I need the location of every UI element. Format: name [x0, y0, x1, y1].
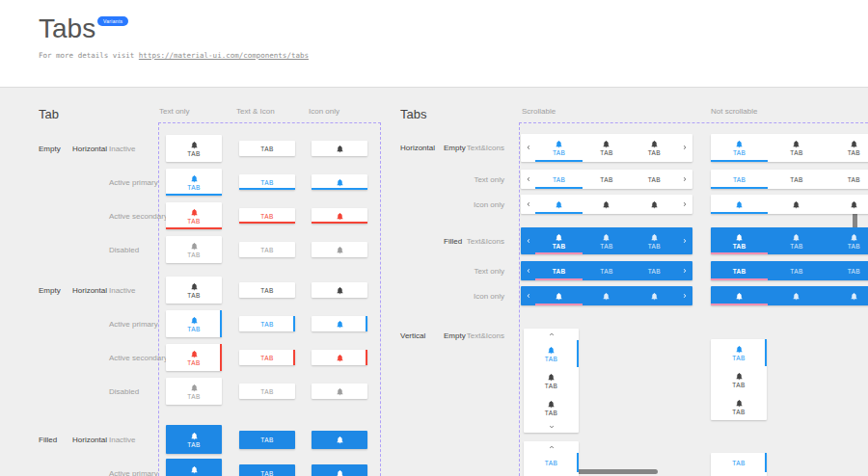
tab-item[interactable]: TAB — [711, 366, 767, 393]
tab-item-active[interactable]: TAB — [711, 261, 768, 280]
scroll-left-button[interactable] — [521, 261, 535, 280]
state-label: Inactive — [109, 286, 136, 295]
tab-item-active[interactable]: TAB — [711, 134, 768, 162]
tab-item[interactable]: TAB — [768, 227, 825, 254]
tab-item[interactable]: TAB — [524, 367, 579, 394]
tab-icon-inactive[interactable] — [312, 431, 367, 449]
tab-item[interactable]: TAB — [826, 134, 868, 162]
tab-item[interactable]: TAB — [631, 170, 678, 189]
scroll-right-button[interactable] — [678, 170, 692, 189]
tab-text-active-primary[interactable]: TAB — [239, 316, 295, 331]
tab-text-inactive[interactable]: TAB — [239, 282, 295, 298]
tab-text-active-primary[interactable]: TAB — [239, 464, 295, 476]
tab-item[interactable]: TAB — [826, 261, 868, 280]
tab-item[interactable]: TAB — [524, 394, 579, 421]
scroll-left-button[interactable] — [521, 286, 535, 305]
tab-both-inactive[interactable]: TAB — [166, 277, 222, 304]
tab-item[interactable]: TAB — [711, 393, 767, 420]
tab-text-active-primary[interactable]: TAB — [239, 174, 295, 190]
tab-item[interactable] — [826, 195, 868, 214]
tab-item[interactable] — [583, 286, 630, 305]
tab-text-inactive[interactable]: TAB — [239, 431, 295, 449]
tab-item-active[interactable]: TAB — [535, 261, 583, 280]
tab-item-active[interactable]: TAB — [711, 339, 767, 366]
tab-item-active[interactable]: TAB — [524, 453, 579, 472]
tab-label: TAB — [260, 436, 273, 443]
tab-item[interactable] — [583, 195, 630, 214]
scroll-left-button[interactable] — [521, 170, 535, 189]
scroll-left-button[interactable] — [521, 227, 535, 254]
tab-item[interactable] — [826, 286, 868, 305]
tab-both-disabled[interactable]: TAB — [166, 236, 222, 263]
tab-item[interactable] — [768, 195, 825, 214]
tab-item-active[interactable] — [535, 286, 583, 305]
tab-text-inactive[interactable]: TAB — [239, 141, 295, 156]
tab-both-inactive[interactable]: TAB — [166, 425, 222, 454]
tab-item[interactable]: TAB — [768, 261, 825, 280]
tab-item[interactable]: TAB — [768, 170, 825, 189]
tab-both-active-primary[interactable]: TAB — [166, 169, 222, 196]
scroll-right-button[interactable] — [678, 195, 692, 214]
tab-item-active[interactable]: TAB — [535, 227, 583, 254]
tab-both-active-secondary[interactable]: TAB — [166, 202, 222, 229]
scroll-right-button[interactable] — [678, 286, 692, 305]
tab-item[interactable]: TAB — [768, 134, 825, 162]
tab-both-disabled[interactable]: TAB — [166, 378, 222, 405]
scroll-left-button[interactable] — [521, 195, 535, 214]
tab-item[interactable]: TAB — [826, 170, 868, 189]
docs-link[interactable]: https://material-ui.com/components/tabs — [139, 51, 309, 60]
tab-item[interactable]: TAB — [583, 227, 630, 254]
active-indicator — [577, 453, 579, 472]
tab-item-active[interactable] — [535, 195, 583, 214]
scroll-right-button[interactable] — [678, 227, 692, 254]
scroll-up-button[interactable] — [524, 441, 579, 453]
tab-item[interactable]: TAB — [631, 134, 678, 162]
tab-both-active-primary[interactable]: TAB — [166, 310, 222, 337]
tab-text-disabled[interactable]: TAB — [239, 242, 295, 257]
tab-item-active[interactable]: TAB — [535, 134, 583, 162]
tab-both-active-primary[interactable]: TAB — [166, 459, 222, 476]
tab-item[interactable]: TAB — [583, 261, 630, 280]
tab-icon-inactive[interactable] — [312, 282, 367, 298]
column-header-icon-only: Icon only — [309, 107, 339, 116]
tab-both-active-secondary[interactable]: TAB — [166, 344, 222, 371]
tab-text-active-secondary[interactable]: TAB — [239, 350, 295, 365]
tab-item[interactable]: TAB — [826, 227, 868, 254]
tab-icon-active-primary[interactable] — [312, 464, 367, 476]
tab-item[interactable]: TAB — [524, 472, 579, 476]
tab-item[interactable]: TAB — [711, 472, 767, 476]
tab-item-active[interactable]: TAB — [711, 227, 768, 254]
tab-icon-inactive[interactable] — [312, 141, 367, 156]
tab-item[interactable]: TAB — [631, 227, 678, 254]
scrollable-tabs-bar: TABTABTAB — [521, 227, 692, 254]
tab-icon-disabled[interactable] — [312, 242, 367, 257]
bell-icon — [336, 145, 344, 153]
tab-item-active[interactable] — [711, 286, 768, 305]
tab-item[interactable]: TAB — [631, 261, 678, 280]
tab-both-inactive[interactable]: TAB — [166, 135, 222, 162]
tab-item-active[interactable] — [711, 195, 768, 214]
scroll-left-button[interactable] — [521, 134, 535, 162]
tab-item[interactable] — [631, 286, 678, 305]
tab-icon-active-secondary[interactable] — [312, 208, 367, 224]
tab-item-active[interactable]: TAB — [711, 453, 767, 472]
tab-text-active-secondary[interactable]: TAB — [239, 208, 295, 224]
tab-item-active[interactable]: TAB — [524, 340, 579, 367]
tab-item-active[interactable]: TAB — [711, 170, 768, 189]
tab-icon-active-primary[interactable] — [312, 174, 367, 190]
scroll-down-button[interactable] — [524, 421, 579, 433]
scroll-up-button[interactable] — [524, 329, 579, 340]
tab-item[interactable]: TAB — [583, 170, 630, 189]
tab-item[interactable] — [631, 195, 678, 214]
page-title: Tabs — [39, 13, 95, 44]
chevron-left-icon — [525, 292, 532, 300]
tab-item-active[interactable]: TAB — [535, 170, 583, 189]
tab-item[interactable] — [768, 286, 825, 305]
tab-icon-active-primary[interactable] — [312, 316, 367, 331]
tab-text-disabled[interactable]: TAB — [239, 383, 295, 399]
tab-icon-disabled[interactable] — [312, 383, 367, 399]
scroll-right-button[interactable] — [678, 134, 692, 162]
scroll-right-button[interactable] — [678, 261, 692, 280]
tab-item[interactable]: TAB — [583, 134, 630, 162]
tab-icon-active-secondary[interactable] — [312, 350, 367, 365]
